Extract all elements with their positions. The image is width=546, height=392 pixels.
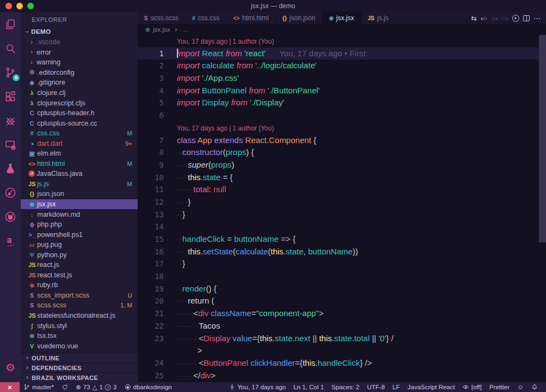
tab-json-json[interactable]: {}json.json	[276, 12, 322, 24]
code-editor[interactable]: You, 17 days ago | 1 author (You)1import…	[138, 35, 546, 382]
previous-change-icon[interactable]: ‹○	[480, 15, 487, 22]
sidebar-section-outline[interactable]: ›OUTLINE	[21, 353, 138, 363]
status-remote-indicator[interactable]: ×	[0, 382, 20, 392]
code-line[interactable]: 13··}	[138, 209, 546, 221]
file-item-dart-dart[interactable]: ◑dart.dart9+	[21, 138, 138, 149]
test-flask-icon[interactable]	[3, 162, 17, 176]
status-formatter[interactable]: Prettier	[485, 382, 513, 392]
status-gitlens-blame[interactable]: You, 17 days ago	[225, 382, 289, 392]
code-line[interactable]: 1import React from 'react' You, 17 days …	[138, 47, 546, 60]
search-icon[interactable]	[3, 41, 17, 56]
file-item-stylus-styl[interactable]: ʃstylus.styl	[21, 320, 138, 331]
line-number[interactable]: 15	[138, 233, 164, 246]
amazon-icon[interactable]: a	[3, 234, 17, 248]
status-git-branch[interactable]: master*	[20, 382, 58, 392]
line-number[interactable]: 12	[138, 196, 164, 209]
file-item-pug-pug[interactable]: ωpug.pug	[21, 240, 138, 250]
code-line[interactable]: 22········Tacos	[138, 320, 546, 332]
status-github-account[interactable]: dbanksdesign	[121, 382, 176, 392]
tab-js-js[interactable]: JSjs.js	[361, 12, 396, 24]
tab-css-css[interactable]: #css.css	[186, 12, 227, 24]
line-number[interactable]: 11	[138, 183, 164, 196]
settings-gear-icon[interactable]: ⚙	[3, 360, 17, 375]
code-line[interactable]: 25······</div>	[138, 370, 546, 382]
breadcrumb[interactable]: ⊛ jsx.jsx › ...	[138, 24, 546, 35]
code-line[interactable]: 2import calculate from '../logic/calcula…	[138, 60, 546, 72]
code-line[interactable]: 6	[138, 109, 546, 122]
file-item-statelessfunctionalreact-js[interactable]: JSstatelessfunctionalreact.js	[21, 311, 138, 321]
file-item--editorconfig[interactable]: ⚙.editorconfig	[21, 68, 138, 78]
codelens-row[interactable]: You, 17 days ago | 1 author (You)	[138, 35, 546, 47]
file-item-jsx-jsx[interactable]: ⊛jsx.jsx	[21, 199, 138, 210]
status-gitlens-toggle[interactable]: [off]	[459, 382, 485, 392]
file-item-scss-import-scss[interactable]: Sscss_import.scssU	[21, 290, 138, 301]
line-number[interactable]: 23	[138, 332, 164, 345]
split-editor-icon[interactable]	[523, 15, 530, 21]
line-number[interactable]: 17	[138, 258, 164, 270]
line-number[interactable]: 9	[138, 159, 164, 171]
sidebar-section-dependencies[interactable]: ›DEPENDENCIES	[21, 363, 138, 372]
file-item-json-json[interactable]: {}json.json	[21, 189, 138, 199]
line-number[interactable]: 3	[138, 72, 164, 85]
folder-item--vscode[interactable]: ›.vscode	[21, 37, 138, 47]
explorer-icon[interactable]	[3, 17, 17, 32]
status-encoding[interactable]: UTF-8	[363, 382, 389, 392]
file-item-powershell-ps1[interactable]: >_powershell.ps1	[21, 229, 138, 240]
file-item-js-js[interactable]: JSjs.jsM	[21, 179, 138, 189]
run-preview-icon[interactable]: ▸	[512, 15, 519, 22]
file-item-php-php[interactable]: ɸphp.php	[21, 219, 138, 230]
code-line[interactable]: 21······<div className="component-app">	[138, 307, 546, 320]
line-number[interactable]: 18	[138, 270, 164, 283]
scrollbar-thumb[interactable]	[539, 35, 546, 242]
file-item-ruby-rb[interactable]: ◆ruby.rb	[21, 280, 138, 290]
open-changes-icon[interactable]: ⇆	[471, 15, 477, 22]
tab-jsx-jsx[interactable]: ⊛jsx.jsx	[322, 12, 361, 24]
line-number[interactable]: 13	[138, 209, 164, 221]
line-number[interactable]: 8	[138, 146, 164, 159]
remote-explorer-icon[interactable]	[3, 138, 17, 152]
code-line[interactable]: 20····return (	[138, 295, 546, 307]
file-item-markdown-md[interactable]: ↓markdown.md	[21, 209, 138, 219]
codelens-text[interactable]: You, 17 days ago | 1 author (You)	[177, 35, 274, 47]
line-number[interactable]: 4	[138, 85, 164, 97]
file-item-clojurescript-cljs[interactable]: λclojurescript.cljs	[21, 98, 138, 108]
status-eol[interactable]: LF	[389, 382, 403, 392]
line-number[interactable]: 1	[138, 47, 164, 60]
line-number[interactable]: 24	[138, 357, 164, 370]
status-cursor-position[interactable]: Ln 1, Col 1	[289, 382, 328, 392]
line-number[interactable]: 14	[138, 221, 164, 233]
line-number[interactable]: 5	[138, 97, 164, 109]
line-number[interactable]: 21	[138, 307, 164, 320]
code-line[interactable]: 12····}	[138, 196, 546, 209]
github-icon[interactable]	[3, 210, 17, 224]
next-diff-icon[interactable]: ○›	[502, 15, 508, 22]
line-number[interactable]: 25	[138, 370, 164, 382]
tab-scss-scss[interactable]: Sscss.scss	[138, 12, 186, 24]
file-item-cplusplus-source-cc[interactable]: Ccplusplus-source.cc	[21, 118, 138, 128]
source-control-icon[interactable]: 6	[3, 66, 17, 80]
line-number[interactable]: 6	[138, 109, 164, 122]
code-line[interactable]: 14	[138, 221, 546, 233]
debug-icon[interactable]	[3, 114, 17, 128]
sidebar-section-brazil-workspace[interactable]: ›BRAZIL WORKSPACE	[21, 372, 138, 382]
status-problems[interactable]: ⊗73△1i3	[72, 382, 121, 392]
code-line[interactable]: 24········<ButtonPanel clickHandler={thi…	[138, 357, 546, 370]
line-number[interactable]: 10	[138, 171, 164, 184]
code-line[interactable]: 9····super(props)	[138, 159, 546, 171]
line-number[interactable]: 16	[138, 246, 164, 258]
file-item-tsx-tsx[interactable]: ⊛tsx.tsx	[21, 331, 138, 341]
code-line[interactable]: 4import ButtonPanel from './ButtonPanel'	[138, 85, 546, 97]
code-line[interactable]: 7class App extends React.Component {	[138, 134, 546, 147]
code-line[interactable]: 23········<Display value={this.state.nex…	[138, 332, 546, 345]
file-item-html-html[interactable]: <>html.htmlM	[21, 159, 138, 169]
file-item-clojure-clj[interactable]: λclojure.clj	[21, 88, 138, 98]
codelens-text[interactable]: You, 17 days ago | 1 author (You)	[177, 122, 274, 134]
code-line[interactable]: 5import Display from './Display'	[138, 97, 546, 109]
file-item-elm-elm[interactable]: ▣elm.elm	[21, 149, 138, 159]
status-feedback[interactable]: ☺	[513, 382, 527, 392]
code-line[interactable]: 3import './App.css'	[138, 72, 546, 85]
extensions-icon[interactable]	[3, 90, 17, 104]
line-number[interactable]: 20	[138, 295, 164, 307]
code-line[interactable]: 11······total: null	[138, 183, 546, 196]
folder-root-demo[interactable]: › DEMO	[21, 26, 138, 37]
